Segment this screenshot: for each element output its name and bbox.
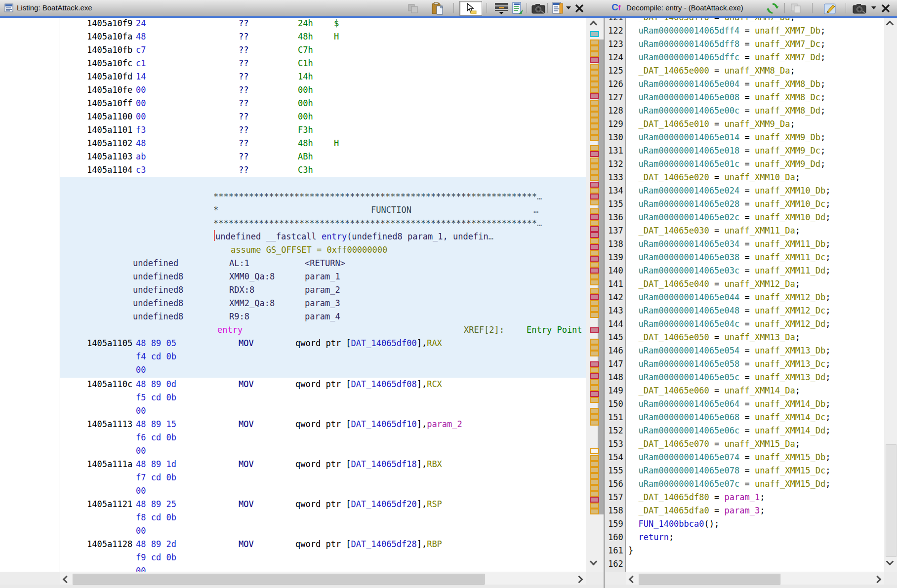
scroll-up-icon[interactable]	[590, 21, 598, 29]
decompile-line[interactable]: uRam000000014065dff4 = unaff_XMM7_Db;	[628, 24, 825, 38]
listing-row[interactable]: 1405a110000??00h	[0, 110, 586, 123]
listing-hscrollbar[interactable]	[60, 572, 586, 585]
listing-row[interactable]: f6 cd 0b	[0, 431, 586, 444]
listing-row[interactable]: 1405a110c48 89 0dMOVqword ptr [DAT_14065…	[0, 378, 586, 391]
copy-icon[interactable]	[408, 3, 419, 13]
refresh-icon[interactable]	[767, 2, 778, 14]
decompile-line[interactable]: _DAT_14065e030 = unaff_XMM11_Da;	[628, 224, 800, 237]
decompile-line[interactable]: }	[628, 544, 633, 557]
listing-row[interactable]: 1405a110548 89 05MOVqword ptr [DAT_14065…	[0, 337, 586, 350]
decompile-line[interactable]: _DAT_14065e010 = unaff_XMM9_Da;	[628, 118, 795, 131]
decompile-line[interactable]: uRam000000014065e014 = unaff_XMM9_Db;	[628, 131, 825, 144]
decompile-line[interactable]: _DAT_14065e050 = unaff_XMM13_Da;	[628, 331, 800, 344]
listing-row[interactable]: 1405a111348 89 15MOVqword ptr [DAT_14065…	[0, 418, 586, 431]
listing-row[interactable]: f7 cd 0b	[0, 471, 586, 484]
listing-row[interactable]: 1405a111a48 89 1dMOVqword ptr [DAT_14065…	[0, 458, 586, 471]
listing-row[interactable]: 00	[0, 564, 586, 572]
decompile-line[interactable]: uRam000000014065e054 = unaff_XMM13_Db;	[628, 344, 830, 357]
listing-row[interactable]: 1405a10fa48??48hH	[0, 30, 586, 43]
scroll-right-icon[interactable]	[575, 576, 583, 584]
decompile-line[interactable]: _DAT_14065e060 = unaff_XMM14_Da;	[628, 384, 800, 397]
chevron-down-icon[interactable]	[871, 6, 876, 9]
decompiler-hscroll-thumb[interactable]	[639, 574, 780, 585]
decompile-line[interactable]: uRam000000014065e028 = unaff_XMM10_Dc;	[628, 197, 830, 211]
scroll-down-icon[interactable]	[590, 558, 598, 566]
decompile-line[interactable]: _DAT_14065e020 = unaff_XMM10_Da;	[628, 171, 800, 184]
listing-row[interactable]: 1405a1101f3??F3h	[0, 123, 586, 137]
decompile-line[interactable]: uRam000000014065e004 = unaff_XMM8_Db;	[628, 78, 825, 91]
listing-view[interactable]: 1405a10f924??24h$1405a10fa48??48hH1405a1…	[0, 18, 586, 572]
listing-row[interactable]: *FUNCTION…	[0, 203, 586, 217]
decompile-line[interactable]: uRam000000014065e078 = unaff_XMM15_Dc;	[628, 464, 830, 477]
listing-vscrollbar[interactable]	[586, 18, 604, 572]
listing-hscroll-thumb[interactable]	[73, 574, 485, 585]
scroll-down-icon[interactable]	[886, 558, 894, 566]
listing-row[interactable]: undefined __fastcall entry(undefined8 pa…	[0, 230, 586, 243]
decompile-line[interactable]: uRam000000014065e064 = unaff_XMM14_Db;	[628, 397, 830, 411]
decompile-line[interactable]: uRam000000014065e05c = unaff_XMM13_Dd;	[628, 371, 830, 384]
listing-row[interactable]: 1405a10fcc1??C1h	[0, 57, 586, 70]
decompile-line[interactable]: uRam000000014065e00c = unaff_XMM8_Dd;	[628, 104, 825, 118]
display-options-icon[interactable]	[552, 2, 563, 14]
panel-divider[interactable]	[604, 0, 605, 588]
diff-view-icon[interactable]	[512, 2, 524, 15]
decompile-line[interactable]: _DAT_14065e040 = unaff_XMM12_Da;	[628, 277, 800, 291]
listing-row[interactable]: 1405a10fbc7??C7h	[0, 43, 586, 57]
scroll-left-icon[interactable]	[63, 576, 71, 584]
decompile-line[interactable]: uRam000000014065e058 = unaff_XMM13_Dc;	[628, 357, 830, 371]
listing-row[interactable]: 1405a10fe00??00h	[0, 83, 586, 97]
decompile-line[interactable]: _DAT_14065dfa0 = param_3;	[628, 504, 765, 517]
decompile-line[interactable]: uRam000000014065dff8 = unaff_XMM7_Dc;	[628, 38, 825, 51]
decompile-line[interactable]: uRam000000014065e07c = unaff_XMM15_Dd;	[628, 477, 830, 491]
listing-row[interactable]: f5 cd 0b	[0, 391, 586, 404]
listing-row[interactable]: undefinedAL:1<RETURN>	[0, 257, 586, 270]
decompile-line[interactable]: uRam000000014065e06c = unaff_XMM14_Dd;	[628, 424, 830, 437]
listing-row[interactable]: 1405a10ff00??00h	[0, 97, 586, 110]
field-format-icon[interactable]	[494, 2, 509, 15]
edit-icon[interactable]	[824, 2, 837, 14]
close-icon[interactable]	[574, 3, 585, 14]
decompile-line[interactable]: _DAT_14065e070 = unaff_XMM15_Da;	[628, 437, 800, 451]
listing-row[interactable]: 1405a1104c3??C3h	[0, 163, 586, 177]
decompile-line[interactable]: uRam000000014065e008 = unaff_XMM8_Dc;	[628, 91, 825, 104]
listing-row[interactable]: 00	[0, 404, 586, 418]
decompile-line[interactable]: uRam000000014065e038 = unaff_XMM11_Dc;	[628, 251, 830, 264]
decompiler-vscrollbar[interactable]	[884, 18, 897, 572]
decompile-line[interactable]: _DAT_14065df80 = param_1;	[628, 491, 765, 504]
decompile-line[interactable]: uRam000000014065e034 = unaff_XMM11_Db;	[628, 237, 830, 251]
listing-row[interactable]: undefined8XMM2_Qa:8param_3	[0, 297, 586, 310]
decompile-line[interactable]: uRam000000014065e024 = unaff_XMM10_Db;	[628, 184, 830, 197]
listing-row[interactable]: 1405a110248??48hH	[0, 137, 586, 150]
close-icon[interactable]	[880, 3, 891, 14]
decompile-line[interactable]: uRam000000014065e04c = unaff_XMM12_Dd;	[628, 317, 830, 331]
listing-row[interactable]: ****************************************…	[0, 217, 586, 230]
listing-row[interactable]: 1405a10fd14??14h	[0, 70, 586, 83]
listing-row[interactable]: f8 cd 0b	[0, 511, 586, 524]
chevron-down-icon[interactable]	[566, 6, 571, 9]
cursor-location-button[interactable]	[459, 1, 482, 16]
decompile-line[interactable]: uRam000000014065e02c = unaff_XMM10_Dd;	[628, 211, 830, 224]
decompiler-view[interactable]: _DAT_14065dff0 = unaff_XMM7_Da; uRam0000…	[626, 18, 884, 572]
decompile-line[interactable]: _DAT_14065e000 = unaff_XMM8_Da;	[628, 64, 795, 78]
listing-row[interactable]: assume GS_OFFSET = 0xff00000000	[0, 243, 586, 257]
decompile-line[interactable]: uRam000000014065e01c = unaff_XMM9_Dd;	[628, 157, 825, 171]
listing-row[interactable]: 1405a1103ab??ABh	[0, 150, 586, 163]
listing-row[interactable]: f4 cd 0b	[0, 350, 586, 363]
decompile-line[interactable]: FUN_1400bbca0();	[628, 517, 719, 531]
listing-row[interactable]: 1405a10f924??24h$	[0, 18, 586, 30]
decompile-line[interactable]: uRam000000014065e03c = unaff_XMM11_Dd;	[628, 264, 830, 277]
listing-row[interactable]: 1405a112148 89 25MOVqword ptr [DAT_14065…	[0, 498, 586, 511]
listing-row[interactable]: undefined8RDX:8param_2	[0, 283, 586, 297]
decompile-line[interactable]: uRam000000014065e074 = unaff_XMM15_Db;	[628, 451, 830, 464]
copy-icon[interactable]	[790, 3, 802, 14]
listing-titlebar[interactable]: Listing: BoatAttack.exe	[0, 0, 604, 17]
paste-icon[interactable]	[431, 2, 445, 15]
listing-row[interactable]: ****************************************…	[0, 190, 586, 203]
listing-row[interactable]: f9 cd 0b	[0, 551, 586, 564]
decompile-line[interactable]: uRam000000014065e018 = unaff_XMM9_Dc;	[628, 144, 825, 157]
decompile-titlebar[interactable]: Cf Decompile: entry - (BoatAttack.exe)	[604, 0, 897, 17]
scroll-up-icon[interactable]	[886, 21, 894, 29]
decompiler-vscroll-thumb[interactable]	[886, 444, 897, 557]
snapshot-icon[interactable]	[531, 3, 545, 14]
decompile-line[interactable]: _DAT_14065dff0 = unaff_XMM7_Da;	[628, 18, 795, 24]
